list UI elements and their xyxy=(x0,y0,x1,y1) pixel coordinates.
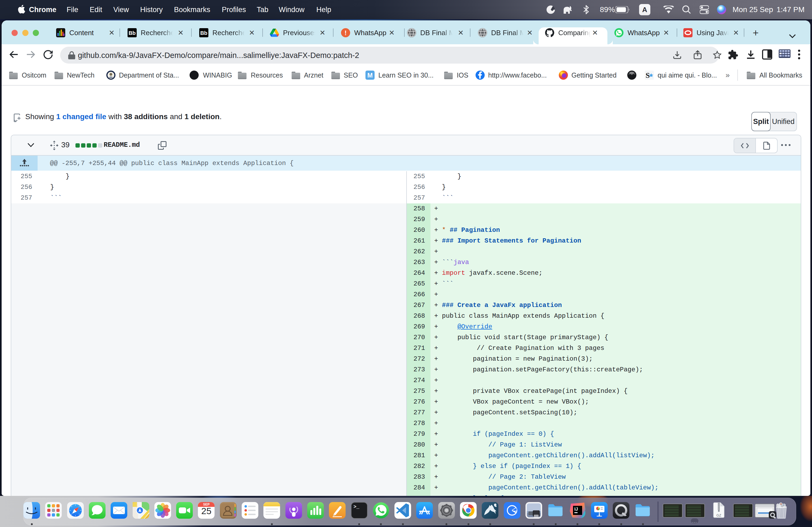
svg-text:Bb: Bb xyxy=(129,30,136,36)
svg-text:!: ! xyxy=(345,29,347,36)
svg-text:S: S xyxy=(646,71,650,79)
svg-text:GZ: GZ xyxy=(716,513,721,517)
svg-text:Bb: Bb xyxy=(200,30,207,36)
svg-text:M: M xyxy=(367,72,373,79)
svg-text:IJ: IJ xyxy=(574,507,578,511)
